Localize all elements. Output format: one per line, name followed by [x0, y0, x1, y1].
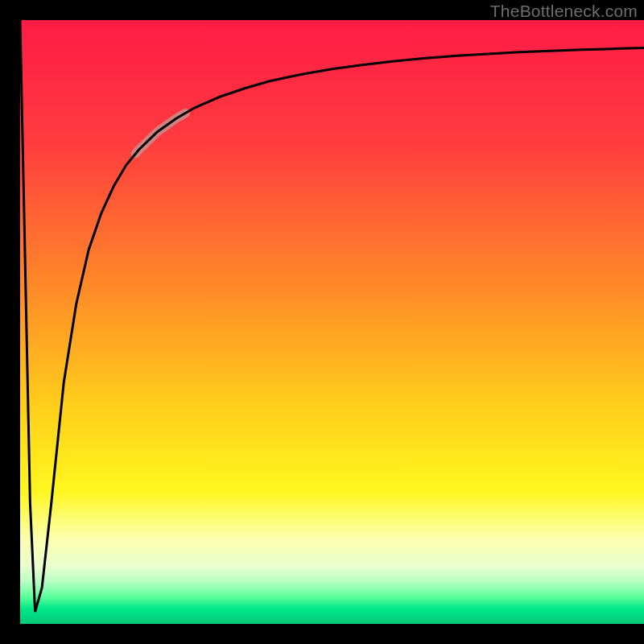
chart-root: TheBottleneck.com — [0, 0, 644, 644]
bottleneck-chart — [0, 0, 644, 644]
plot-gradient-background — [20, 20, 644, 624]
attribution-label: TheBottleneck.com — [490, 2, 638, 21]
